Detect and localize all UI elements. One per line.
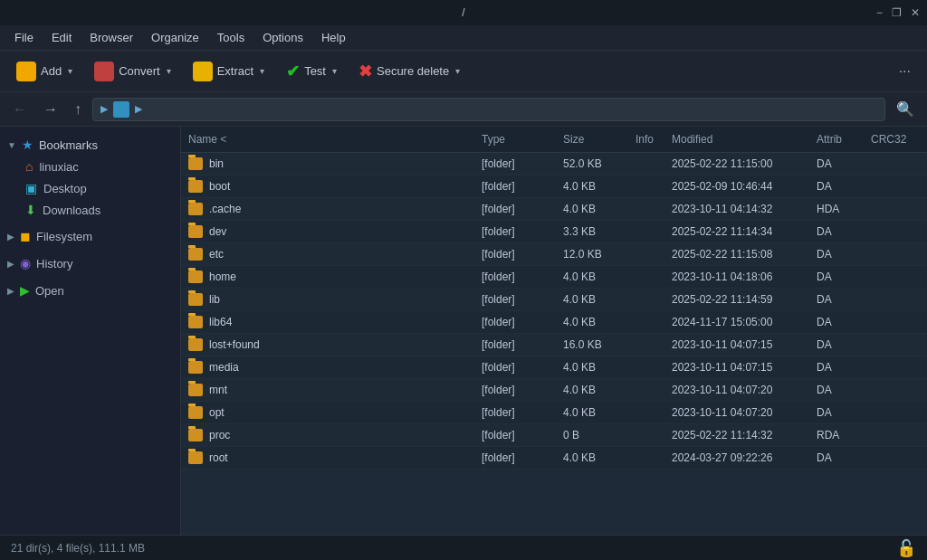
test-label: Test bbox=[304, 64, 326, 78]
file-cell-type: [folder] bbox=[474, 424, 556, 446]
file-cell-crc32 bbox=[864, 227, 927, 236]
sidebar-history-header[interactable]: ▶ ◉ History bbox=[0, 252, 180, 275]
file-name-cell: opt bbox=[181, 402, 474, 423]
file-cell-attrib: DA bbox=[809, 447, 864, 469]
table-row[interactable]: home[folder]4.0 KB2023-10-11 04:18:06DA bbox=[181, 266, 927, 289]
file-cell-size: 4.0 KB bbox=[556, 289, 628, 310]
sidebar-item-downloads[interactable]: ⬇ Downloads bbox=[0, 199, 180, 221]
folder-icon bbox=[188, 451, 203, 464]
menu-item-browser[interactable]: Browser bbox=[82, 28, 140, 47]
folder-icon bbox=[188, 361, 203, 374]
restore-button[interactable]: ❐ bbox=[892, 6, 902, 19]
table-row[interactable]: boot[folder]4.0 KB2025-02-09 10:46:44DA bbox=[181, 176, 927, 198]
col-info[interactable]: Info bbox=[628, 130, 664, 148]
table-row[interactable]: opt[folder]4.0 KB2023-10-11 04:07:20DA bbox=[181, 402, 927, 424]
table-row[interactable]: lib64[folder]4.0 KB2024-11-17 15:05:00DA bbox=[181, 311, 927, 334]
menu-item-options[interactable]: Options bbox=[255, 28, 311, 47]
table-row[interactable]: dev[folder]3.3 KB2025-02-22 11:14:34DA bbox=[181, 221, 927, 243]
file-cell-attrib: DA bbox=[809, 311, 864, 333]
file-cell-crc32 bbox=[864, 453, 927, 462]
file-cell-modified: 2024-11-17 15:05:00 bbox=[664, 311, 809, 333]
table-row[interactable]: lost+found[folder]16.0 KB2023-10-11 04:0… bbox=[181, 334, 927, 356]
convert-icon bbox=[94, 62, 114, 81]
menu-item-file[interactable]: File bbox=[7, 28, 41, 47]
secure-delete-label: Secure delete bbox=[377, 64, 449, 78]
sidebar-filesystem-header[interactable]: ▶ ◼ Filesystem bbox=[0, 224, 180, 248]
forward-button[interactable]: → bbox=[38, 99, 63, 120]
folder-icon bbox=[188, 293, 203, 306]
more-button[interactable]: ··· bbox=[892, 60, 918, 83]
menu-item-tools[interactable]: Tools bbox=[210, 28, 252, 47]
search-button[interactable]: 🔍 bbox=[891, 98, 920, 120]
file-cell-info bbox=[628, 453, 664, 462]
secure-delete-dropdown-icon[interactable]: ▾ bbox=[454, 64, 462, 78]
file-cell-modified: 2023-10-11 04:14:32 bbox=[664, 198, 809, 220]
file-cell-attrib: HDA bbox=[809, 198, 864, 220]
file-cell-info bbox=[628, 363, 664, 372]
file-name-text: lost+found bbox=[209, 338, 260, 351]
statusbar: 21 dir(s), 4 file(s), 111.1 MB 🔓 bbox=[0, 535, 927, 560]
file-cell-modified: 2025-02-22 11:14:32 bbox=[664, 424, 809, 446]
file-cell-crc32 bbox=[864, 250, 927, 259]
file-cell-info bbox=[628, 182, 664, 191]
up-button[interactable]: ↑ bbox=[69, 99, 87, 120]
menu-item-edit[interactable]: Edit bbox=[44, 28, 79, 47]
file-cell-info bbox=[628, 295, 664, 304]
menu-item-organize[interactable]: Organize bbox=[144, 28, 206, 47]
add-dropdown-icon[interactable]: ▾ bbox=[66, 64, 74, 78]
file-name-cell: lost+found bbox=[181, 334, 474, 356]
sidebar-open-header[interactable]: ▶ ▶ Open bbox=[0, 279, 180, 302]
address-bar-input[interactable]: ▶ ▶ bbox=[92, 98, 885, 121]
file-cell-info bbox=[628, 250, 664, 259]
secure-delete-button[interactable]: ✖ Secure delete ▾ bbox=[351, 57, 469, 86]
sidebar-item-linuxiac[interactable]: ⌂ linuxiac bbox=[0, 156, 180, 177]
add-label: Add bbox=[41, 64, 62, 78]
file-cell-attrib: DA bbox=[809, 221, 864, 242]
table-row[interactable]: mnt[folder]4.0 KB2023-10-11 04:07:20DA bbox=[181, 379, 927, 402]
sidebar-bookmarks-header[interactable]: ▼ ★ Bookmarks bbox=[0, 134, 180, 156]
convert-button[interactable]: Convert ▾ bbox=[87, 57, 180, 86]
table-row[interactable]: proc[folder]0 B2025-02-22 11:14:32RDA bbox=[181, 424, 927, 447]
table-row[interactable]: .cache[folder]4.0 KB2023-10-11 04:14:32H… bbox=[181, 198, 927, 221]
sidebar-item-desktop[interactable]: ▣ Desktop bbox=[0, 177, 180, 199]
col-name[interactable]: Name < bbox=[181, 130, 474, 148]
test-button[interactable]: ✔ Test ▾ bbox=[279, 57, 346, 86]
folder-icon bbox=[188, 157, 203, 170]
menu-item-help[interactable]: Help bbox=[314, 28, 353, 47]
extract-button[interactable]: Extract ▾ bbox=[186, 57, 273, 86]
close-button[interactable]: ✕ bbox=[911, 6, 920, 19]
downloads-label: Downloads bbox=[43, 204, 100, 217]
table-row[interactable]: media[folder]4.0 KB2023-10-11 04:07:15DA bbox=[181, 356, 927, 379]
col-size[interactable]: Size bbox=[556, 130, 628, 148]
table-row[interactable]: bin[folder]52.0 KB2025-02-22 11:15:00DA bbox=[181, 153, 927, 176]
back-button[interactable]: ← bbox=[7, 99, 33, 120]
filelist-header: Name < Type Size Info Modified Attrib CR… bbox=[181, 127, 927, 153]
col-attrib[interactable]: Attrib bbox=[809, 130, 864, 148]
bookmarks-expand-icon: ▼ bbox=[7, 140, 16, 150]
file-cell-crc32 bbox=[864, 295, 927, 304]
file-cell-crc32 bbox=[864, 159, 927, 168]
file-name-cell: etc bbox=[181, 243, 474, 265]
add-button[interactable]: Add ▾ bbox=[9, 57, 81, 86]
titlebar-title: / bbox=[462, 6, 464, 19]
file-cell-type: [folder] bbox=[474, 289, 556, 310]
convert-dropdown-icon[interactable]: ▾ bbox=[165, 64, 173, 78]
col-modified[interactable]: Modified bbox=[664, 130, 809, 148]
extract-dropdown-icon[interactable]: ▾ bbox=[258, 64, 266, 78]
col-crc32[interactable]: CRC32 bbox=[864, 130, 927, 148]
table-row[interactable]: lib[folder]4.0 KB2025-02-22 11:14:59DA bbox=[181, 289, 927, 311]
col-type[interactable]: Type bbox=[474, 130, 556, 148]
file-cell-type: [folder] bbox=[474, 266, 556, 288]
convert-label: Convert bbox=[119, 64, 160, 78]
home-icon: ⌂ bbox=[25, 159, 33, 174]
table-row[interactable]: root[folder]4.0 KB2024-03-27 09:22:26DA bbox=[181, 447, 927, 470]
folder-icon bbox=[188, 225, 203, 238]
table-row[interactable]: etc[folder]12.0 KB2025-02-22 11:15:08DA bbox=[181, 243, 927, 266]
address-crumb-arrow: ▶ bbox=[100, 103, 108, 115]
test-dropdown-icon[interactable]: ▾ bbox=[330, 64, 339, 78]
file-cell-info bbox=[628, 340, 664, 349]
file-cell-type: [folder] bbox=[474, 402, 556, 423]
file-cell-crc32 bbox=[864, 340, 927, 349]
minimize-button[interactable]: − bbox=[876, 6, 883, 19]
file-name-cell: proc bbox=[181, 424, 474, 446]
